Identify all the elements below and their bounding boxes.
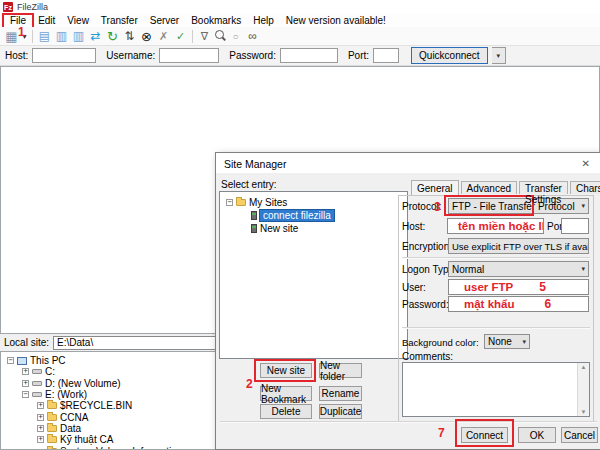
process-queue-icon[interactable]: ⇅ — [121, 28, 138, 45]
menu-item-server[interactable]: Server — [144, 15, 185, 27]
user-annotation-text: user FTP — [464, 281, 513, 293]
site-tree-item[interactable]: connect filezilla — [220, 209, 407, 222]
menu-item-edit[interactable]: Edit — [32, 15, 61, 27]
cancel-icon[interactable]: ⊗ — [138, 28, 155, 45]
connect-button[interactable]: Connect — [461, 427, 508, 443]
logon-type-dropdown[interactable]: Normal ▾ — [448, 261, 589, 277]
expand-icon[interactable]: + — [22, 368, 29, 375]
site-tree-item[interactable]: −My Sites — [220, 196, 407, 209]
separator — [32, 30, 33, 43]
delete-button[interactable]: Delete — [260, 404, 312, 419]
collapse-icon[interactable]: − — [22, 391, 29, 398]
quickconnect-bar: Host: Username: Password: Port: Quickcon… — [0, 46, 600, 66]
collapse-icon[interactable]: − — [226, 199, 233, 206]
background-color-label: Background color: — [402, 337, 479, 348]
quickconnect-button[interactable]: Quickconnect — [411, 47, 488, 64]
expand-icon[interactable]: + — [37, 414, 44, 421]
site-entries-tree[interactable]: −My Sitesconnect filezillaNew site — [219, 191, 408, 359]
menu-item-transfer[interactable]: Transfer — [95, 15, 144, 27]
password-input[interactable] — [280, 48, 338, 63]
menu-item-new-version-available[interactable]: New version available! — [280, 15, 392, 27]
tab-transfer-settings[interactable]: Transfer Settings — [519, 181, 568, 194]
protocol-dropdown[interactable]: FTP - File Transfer Protocol ▾ — [448, 198, 589, 214]
tree-item-label: C: — [45, 366, 55, 377]
expand-icon[interactable]: + — [37, 436, 44, 443]
local-site-label: Local site: — [4, 337, 49, 348]
username-input[interactable] — [159, 48, 219, 63]
site-port-input[interactable] — [561, 218, 589, 234]
select-entry-label: Select entry: — [221, 179, 277, 190]
folder-icon — [47, 425, 57, 432]
expand-icon[interactable]: + — [22, 380, 29, 387]
close-icon[interactable]: ✕ — [582, 158, 590, 169]
computer-icon — [17, 357, 27, 365]
tree-item-label: My Sites — [249, 197, 287, 208]
step-1-annotation: 1 — [18, 25, 25, 39]
site-manager-dialog: Site Manager ✕ Select entry: −My Sitesco… — [215, 152, 600, 450]
user-input[interactable]: user FTP 5 — [448, 279, 589, 295]
site-tree-item[interactable]: New site — [220, 222, 407, 235]
new-folder-button[interactable]: New folder — [319, 363, 362, 378]
tree-spacer — [241, 212, 248, 219]
site-password-input[interactable]: mật khẩu 6 — [448, 296, 589, 312]
expand-icon[interactable]: + — [37, 402, 44, 409]
duplicate-button[interactable]: Duplicate — [319, 404, 362, 419]
tab-charset[interactable]: Charset — [570, 181, 600, 194]
scrollbar[interactable]: ▲ ▼ — [577, 363, 589, 416]
encryption-dropdown[interactable]: Use explicit FTP over TLS if available ▾ — [448, 238, 589, 254]
scroll-down-icon[interactable]: ▼ — [581, 409, 587, 415]
window-title: FileZilla — [17, 2, 48, 12]
find-icon[interactable]: ∞ — [244, 28, 261, 45]
tree-item-label: E: (Work) — [45, 389, 87, 400]
dropdown-arrow-icon: ▾ — [519, 338, 526, 346]
dropdown-arrow-icon: ▾ — [578, 202, 585, 210]
rename-button[interactable]: Rename — [319, 386, 362, 401]
sync-browsing-icon[interactable]: ○ — [227, 28, 244, 45]
toggle-local-tree-icon[interactable]: ▥ — [53, 28, 70, 45]
background-color-dropdown[interactable]: None ▾ — [484, 334, 530, 349]
filter-icon[interactable]: ∇ — [196, 28, 213, 45]
tree-item-label: D: (New Volume) — [45, 378, 121, 389]
site-host-label: Host: — [402, 221, 425, 232]
tab-advanced[interactable]: Advanced — [461, 181, 517, 194]
host-input[interactable] — [32, 48, 96, 63]
tab-strip: GeneralAdvancedTransfer SettingsCharset — [411, 181, 600, 196]
new-site-button[interactable]: New site — [260, 363, 312, 378]
toggle-remote-tree-icon[interactable]: ▥ — [70, 28, 87, 45]
menu-item-bookmarks[interactable]: Bookmarks — [185, 15, 247, 27]
toggle-message-log-icon[interactable]: ▤ — [36, 28, 53, 45]
tree-spacer — [241, 225, 248, 232]
expand-icon[interactable]: + — [37, 425, 44, 432]
disconnect-icon[interactable]: ✗ — [155, 28, 172, 45]
port-input[interactable] — [373, 48, 399, 63]
host-label: Host: — [5, 50, 28, 61]
reconnect-icon[interactable]: ✓ — [172, 28, 189, 45]
toggle-queue-icon[interactable]: ⇄ — [87, 28, 104, 45]
folder-icon — [236, 199, 246, 206]
dialog-title: Site Manager — [224, 158, 286, 170]
folder-icon — [47, 402, 57, 409]
search-icon[interactable] — [213, 29, 227, 43]
step-2-annotation: 2 — [246, 377, 253, 391]
scroll-up-icon[interactable]: ▲ — [581, 364, 587, 370]
comments-textarea[interactable]: ▲ ▼ — [402, 362, 590, 417]
quickconnect-dropdown-icon[interactable]: ▾ — [492, 47, 506, 64]
refresh-icon[interactable]: ↻ — [104, 28, 121, 45]
divider — [220, 421, 597, 422]
cancel-button[interactable]: Cancel — [561, 427, 598, 443]
menu-bar: FileEditViewTransferServerBookmarksHelpN… — [0, 14, 600, 27]
tab-general[interactable]: General — [411, 180, 459, 195]
site-host-input[interactable]: tên miền hoặc IP 4 — [447, 218, 544, 234]
menu-item-help[interactable]: Help — [247, 15, 280, 27]
server-icon — [251, 211, 257, 220]
server-icon — [251, 224, 257, 233]
divider — [402, 327, 590, 328]
tree-item-label: $RECYCLE.BIN — [60, 400, 132, 411]
step-6-annotation: 6 — [545, 297, 552, 311]
menu-item-view[interactable]: View — [61, 15, 95, 27]
new-bookmark-button[interactable]: New Bookmark — [260, 386, 312, 401]
ok-button[interactable]: OK — [518, 427, 556, 443]
collapse-icon[interactable]: − — [7, 357, 14, 364]
tree-item-label: connect filezilla — [260, 210, 334, 221]
username-label: Username: — [106, 50, 155, 61]
